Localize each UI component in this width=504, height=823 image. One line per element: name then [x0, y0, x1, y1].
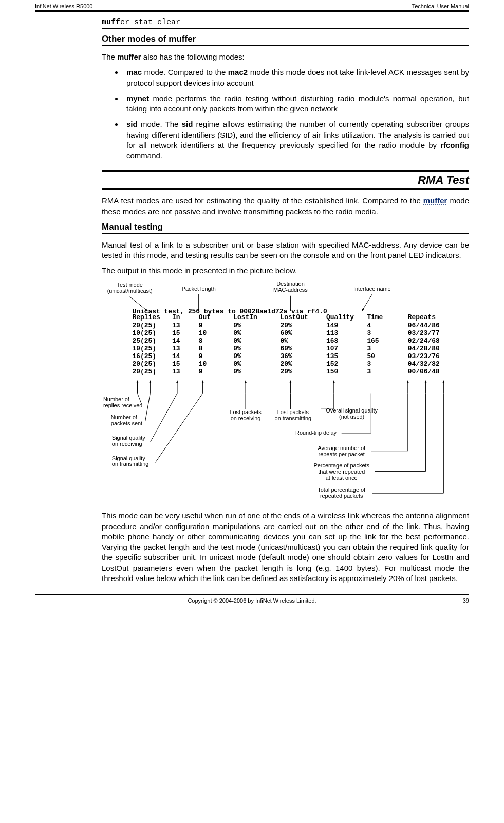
svg-text:10: 10	[199, 360, 207, 367]
last-paragraph: This mode can be very useful when run of…	[102, 511, 469, 584]
svg-line-10	[362, 294, 372, 311]
svg-text:02/24/68: 02/24/68	[408, 337, 440, 345]
output-figure: Test mode(unicast/multicast)Packet lengt…	[102, 282, 469, 506]
svg-text:Repeats: Repeats	[408, 313, 436, 321]
header-right: Technical User Manual	[412, 3, 469, 9]
svg-marker-96	[442, 380, 444, 383]
svg-marker-94	[425, 380, 427, 383]
svg-text:Quality: Quality	[326, 313, 354, 321]
svg-text:14: 14	[172, 337, 180, 345]
svg-text:113: 113	[326, 329, 338, 337]
svg-text:60%: 60%	[281, 329, 292, 337]
svg-text:Replies: Replies	[133, 313, 160, 321]
svg-text:165: 165	[367, 337, 379, 345]
svg-text:16(25): 16(25)	[133, 352, 156, 360]
svg-text:15: 15	[172, 360, 180, 367]
svg-text:In: In	[172, 313, 180, 321]
page-footer: Copyright © 2004-2006 by InfiNet Wireles…	[35, 595, 469, 609]
svg-text:20(25): 20(25)	[133, 360, 156, 367]
svg-text:15: 15	[172, 329, 180, 337]
svg-text:20%: 20%	[281, 360, 292, 367]
svg-text:Out: Out	[199, 313, 211, 321]
svg-text:Total percentage ofrepeated pa: Total percentage ofrepeated packets	[318, 487, 366, 499]
svg-text:13: 13	[172, 345, 180, 352]
main-content: muffer stat clear Other modes of muffer …	[35, 18, 469, 584]
svg-text:14: 14	[172, 352, 180, 360]
svg-text:06/44/86: 06/44/86	[408, 322, 440, 329]
section-manual-testing: Manual testing	[102, 222, 469, 234]
svg-text:Signal qualityon receiving: Signal qualityon receiving	[112, 434, 145, 446]
list-item: sid mode. The sid regime allows estimati…	[123, 119, 469, 161]
svg-text:Test mode(unicast/multicast): Test mode(unicast/multicast)	[107, 282, 153, 294]
svg-text:Number ofreplies received: Number ofreplies received	[103, 396, 142, 408]
svg-text:4: 4	[367, 322, 371, 329]
manual-p1: Manual test of a link to a subscriber un…	[102, 240, 469, 261]
link-muffer[interactable]: muffer	[423, 196, 447, 205]
svg-text:10: 10	[199, 329, 207, 337]
svg-text:168: 168	[326, 337, 338, 345]
svg-text:LostIn: LostIn	[233, 313, 257, 321]
svg-text:Lost packetson transmitting: Lost packetson transmitting	[275, 409, 312, 421]
svg-text:0%: 0%	[233, 352, 241, 360]
svg-text:0%: 0%	[233, 337, 241, 345]
header-left: InfiNet Wireless R5000	[35, 3, 93, 9]
svg-line-100	[145, 393, 150, 422]
svg-text:0%: 0%	[233, 360, 241, 367]
list-item: mac mode. Compared to the mac2 mode this…	[123, 67, 469, 88]
section-other-modes: Other modes of muffer	[102, 34, 469, 46]
svg-text:3: 3	[367, 360, 371, 367]
svg-text:60%: 60%	[281, 345, 292, 352]
svg-text:Percentage of packetsthat were: Percentage of packetsthat were repeateda…	[313, 462, 369, 481]
svg-text:149: 149	[326, 322, 338, 329]
section-rma-test: RMA Test	[102, 170, 469, 190]
svg-text:Number ofpackets sent: Number ofpackets sent	[111, 414, 142, 426]
svg-marker-90	[333, 380, 335, 383]
svg-text:04/32/82: 04/32/82	[408, 360, 440, 367]
svg-text:13: 13	[172, 322, 180, 329]
intro-paragraph: The muffer also has the following modes:	[102, 52, 469, 62]
svg-text:Average number ofrepeats per p: Average number ofrepeats per packet	[318, 444, 366, 457]
svg-marker-78	[137, 380, 139, 383]
svg-marker-84	[202, 380, 204, 383]
footer-page-number: 39	[449, 597, 469, 604]
svg-text:150: 150	[326, 367, 338, 375]
svg-text:107: 107	[326, 345, 338, 352]
svg-text:04/28/80: 04/28/80	[408, 345, 440, 352]
svg-text:9: 9	[199, 367, 203, 375]
svg-text:25(25): 25(25)	[133, 337, 156, 345]
svg-text:0%: 0%	[233, 322, 241, 329]
svg-text:0%: 0%	[233, 329, 241, 337]
svg-line-102	[150, 393, 177, 442]
svg-text:DestinationMAC-address: DestinationMAC-address	[273, 282, 308, 293]
svg-marker-80	[149, 380, 151, 383]
svg-marker-88	[289, 380, 291, 383]
svg-text:0%: 0%	[233, 345, 241, 352]
svg-text:Interface name: Interface name	[353, 285, 391, 291]
svg-text:10(25): 10(25)	[133, 329, 156, 337]
footer-copyright: Copyright © 2004-2006 by InfiNet Wireles…	[55, 597, 449, 604]
svg-text:50: 50	[367, 352, 375, 360]
svg-marker-82	[176, 380, 178, 383]
svg-text:20%: 20%	[281, 322, 292, 329]
svg-text:03/23/76: 03/23/76	[408, 352, 440, 360]
svg-text:20(25): 20(25)	[133, 367, 156, 375]
svg-text:152: 152	[326, 360, 338, 367]
page-header: InfiNet Wireless R5000 Technical User Ma…	[35, 0, 469, 12]
svg-text:3: 3	[367, 345, 371, 352]
svg-text:Overall signal quality(not use: Overall signal quality(not used)	[326, 407, 378, 420]
svg-marker-86	[245, 380, 247, 383]
svg-text:8: 8	[199, 345, 203, 352]
svg-text:20%: 20%	[281, 367, 292, 375]
svg-marker-92	[407, 380, 409, 383]
svg-text:00/06/48: 00/06/48	[408, 367, 440, 375]
svg-text:0%: 0%	[233, 367, 241, 375]
manual-p2: The output in this mode in presented in …	[102, 266, 469, 276]
svg-text:13: 13	[172, 367, 180, 375]
svg-text:Time: Time	[367, 313, 383, 321]
command-example: muffer stat clear	[102, 18, 469, 29]
rma-paragraph: RMA test modes are used for estimating t…	[102, 196, 469, 217]
figure-svg: Test mode(unicast/multicast)Packet lengt…	[102, 282, 469, 506]
svg-text:135: 135	[326, 352, 338, 360]
svg-text:Packet length: Packet length	[182, 285, 216, 291]
svg-text:9: 9	[199, 322, 203, 329]
